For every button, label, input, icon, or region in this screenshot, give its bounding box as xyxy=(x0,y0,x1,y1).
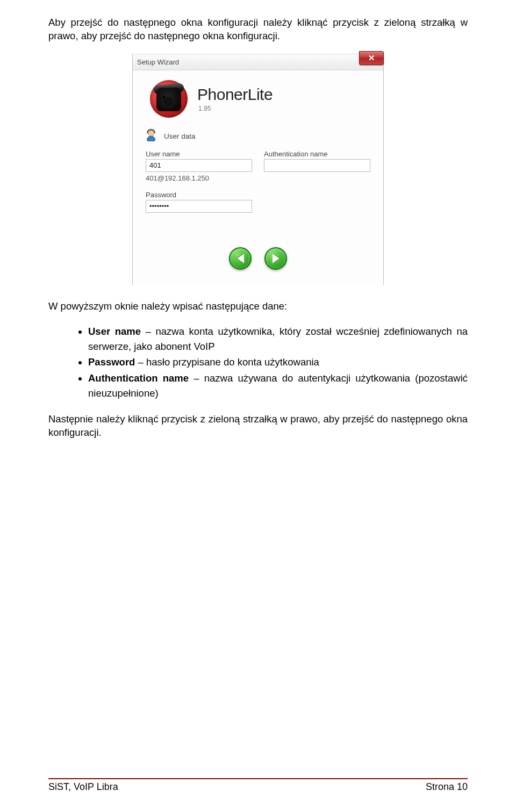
page-footer: SiST, VoIP Libra Strona 10 xyxy=(48,778,468,793)
brand-version: 1.95 xyxy=(198,105,273,112)
user-data-header: User data xyxy=(146,130,374,143)
close-button[interactable]: ✕ xyxy=(359,51,384,65)
bullet-text: – hasło przypisane do konta użytkowania xyxy=(135,356,319,368)
screenshot-wrapper: Setup Wizard ✕ PhonerLite 1.95 xyxy=(48,54,468,285)
username-label: User name xyxy=(146,150,252,158)
intro-paragraph-1: Aby przejść do następnego okna konfigura… xyxy=(48,16,468,43)
bullet-key: User name xyxy=(88,326,141,337)
phone-app-icon xyxy=(150,80,188,118)
bullet-text: – nazwa konta użytkownika, który został … xyxy=(88,326,468,352)
brand-row: PhonerLite 1.95 xyxy=(142,76,374,130)
footer-right: Strona 10 xyxy=(426,781,468,793)
wizard-title: Setup Wizard xyxy=(137,58,179,66)
bullet-key: Authentication name xyxy=(88,372,189,384)
bullet-key: Password xyxy=(88,356,135,368)
field-description-list: User name – nazwa konta użytkownika, któ… xyxy=(48,324,468,401)
authname-input[interactable] xyxy=(264,159,370,172)
arrow-left-icon xyxy=(237,254,244,263)
back-button[interactable] xyxy=(229,247,252,270)
list-item: User name – nazwa konta użytkownika, któ… xyxy=(88,324,468,354)
close-icon: ✕ xyxy=(368,53,375,63)
closing-paragraph: Następnie należy kliknąć przycisk z ziel… xyxy=(48,413,468,440)
section-title: User data xyxy=(164,132,196,140)
footer-left: SiST, VoIP Libra xyxy=(48,781,118,793)
setup-wizard-window: Setup Wizard ✕ PhonerLite 1.95 xyxy=(132,54,384,285)
next-button[interactable] xyxy=(264,247,287,270)
wizard-body: PhonerLite 1.95 User data User name 401@… xyxy=(133,70,383,285)
list-item: Password – hasło przypisane do konta uży… xyxy=(88,355,468,370)
arrow-right-icon xyxy=(273,254,280,263)
wizard-titlebar: Setup Wizard ✕ xyxy=(133,54,383,70)
password-label: Password xyxy=(146,191,252,199)
authname-label: Authentication name xyxy=(264,150,370,158)
username-full-address: 401@192.168.1.250 xyxy=(146,174,252,182)
intro-paragraph-2: W powyższym oknie należy wpisać następuj… xyxy=(48,300,468,313)
username-input[interactable] xyxy=(146,159,252,172)
password-input[interactable] xyxy=(146,200,252,213)
brand-name: PhonerLite xyxy=(197,85,273,104)
list-item: Authentication name – nazwa używana do a… xyxy=(88,371,468,401)
user-icon xyxy=(146,130,160,143)
